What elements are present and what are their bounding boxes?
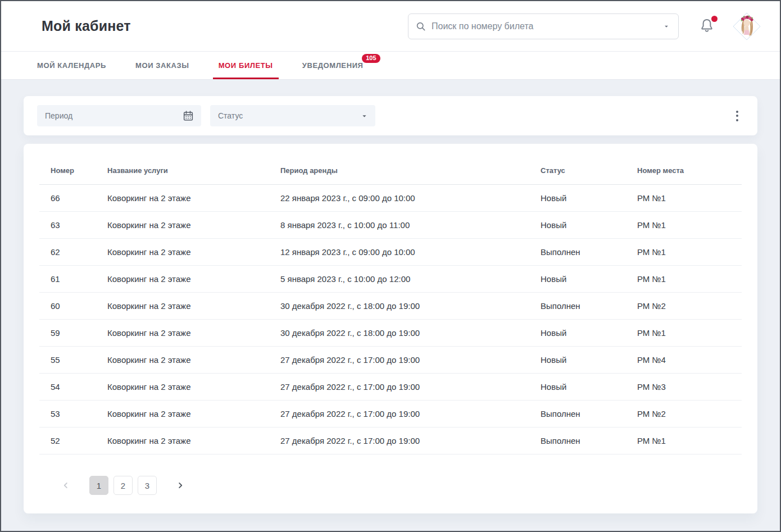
table-row[interactable]: 59Коворкинг на 2 этаже30 декабря 2022 г.… (39, 320, 742, 347)
table-row[interactable]: 62Коворкинг на 2 этаже12 января 2023 г.,… (39, 239, 742, 266)
cell-service: Коворкинг на 2 этаже (107, 401, 280, 428)
cell-seat: РМ №1 (637, 185, 742, 212)
tab-notifications[interactable]: УВЕДОМЛЕНИЯ 105 (297, 52, 369, 79)
app-window: Мой кабинет (0, 0, 781, 532)
cell-status: Новый (541, 320, 637, 347)
more-actions-kebab-button[interactable] (733, 107, 742, 125)
status-filter[interactable]: Статус (210, 105, 375, 126)
cell-seat: РМ №1 (637, 212, 742, 239)
avatar-illustration (730, 10, 763, 43)
cell-seat: РМ №1 (637, 428, 742, 454)
notifications-bell-button[interactable] (698, 17, 716, 36)
filter-card: Период Статус (24, 96, 757, 135)
pagination-page-3[interactable]: 3 (138, 476, 157, 495)
cell-status: Новый (541, 212, 637, 239)
cell-rental-period: 27 декабря 2022 г., с 17:00 до 19:00 (280, 347, 541, 374)
tickets-table-card: НомерНазвание услугиПериод арендыСтатусН… (24, 144, 757, 513)
column-header-seat: Номер места (637, 153, 742, 185)
table-row[interactable]: 63Коворкинг на 2 этаже8 января 2023 г., … (39, 212, 742, 239)
cell-number: 53 (39, 401, 107, 428)
cell-rental-period: 27 декабря 2022 г., с 17:00 до 19:00 (280, 428, 541, 454)
cell-rental-period: 22 января 2023 г., с 09:00 до 10:00 (280, 185, 541, 212)
table-row[interactable]: 66Коворкинг на 2 этаже22 января 2023 г.,… (39, 185, 742, 212)
cell-service: Коворкинг на 2 этаже (107, 320, 280, 347)
tab-my-tickets[interactable]: МОИ БИЛЕТЫ (213, 52, 279, 79)
cell-rental-period: 5 января 2023 г., с 10:00 до 12:00 (280, 266, 541, 293)
table-row[interactable]: 55Коворкинг на 2 этаже27 декабря 2022 г.… (39, 347, 742, 374)
cell-seat: РМ №2 (637, 293, 742, 320)
cell-status: Новый (541, 374, 637, 401)
cell-rental-period: 12 января 2023 г., с 09:00 до 10:00 (280, 239, 541, 266)
column-header-status: Статус (541, 153, 637, 185)
chevron-left-icon (61, 480, 71, 490)
cell-status: Новый (541, 266, 637, 293)
cell-rental-period: 8 января 2023 г., с 10:00 до 11:00 (280, 212, 541, 239)
table-row[interactable]: 54Коворкинг на 2 этаже27 декабря 2022 г.… (39, 374, 742, 401)
cell-status: Новый (541, 347, 637, 374)
cell-number: 66 (39, 185, 107, 212)
main-content: Период Статус (1, 80, 780, 531)
avatar[interactable] (730, 10, 763, 43)
cell-rental-period: 30 декабря 2022 г., с 18:00 до 19:00 (280, 293, 541, 320)
column-header-service: Название услуги (107, 153, 280, 185)
ticket-search-box[interactable] (408, 13, 679, 39)
cell-number: 52 (39, 428, 107, 454)
cell-seat: РМ №1 (637, 266, 742, 293)
cell-number: 61 (39, 266, 107, 293)
topbar-right (408, 10, 763, 43)
cell-number: 54 (39, 374, 107, 401)
tab-bar: МОЙ КАЛЕНДАРЬ МОИ ЗАКАЗЫ МОИ БИЛЕТЫ УВЕД… (1, 52, 780, 80)
table-header-row: НомерНазвание услугиПериод арендыСтатусН… (39, 153, 742, 185)
cell-number: 59 (39, 320, 107, 347)
caret-down-icon[interactable] (662, 22, 670, 30)
period-filter-placeholder: Период (45, 111, 182, 120)
caret-down-icon (360, 112, 369, 120)
cell-service: Коворкинг на 2 этаже (107, 293, 280, 320)
column-header-number: Номер (39, 153, 107, 185)
pagination: 123 (57, 476, 757, 495)
cell-service: Коворкинг на 2 этаже (107, 428, 280, 454)
cell-status: Выполнен (541, 401, 637, 428)
cell-service: Коворкинг на 2 этаже (107, 212, 280, 239)
cell-status: Выполнен (541, 428, 637, 454)
cell-seat: РМ №1 (637, 320, 742, 347)
pagination-page-1[interactable]: 1 (89, 476, 108, 495)
search-input[interactable] (432, 21, 662, 31)
search-icon (415, 21, 426, 32)
cell-seat: РМ №3 (637, 374, 742, 401)
cell-status: Выполнен (541, 239, 637, 266)
cell-service: Коворкинг на 2 этаже (107, 239, 280, 266)
chevron-right-icon (175, 480, 185, 490)
cell-rental-period: 27 декабря 2022 г., с 17:00 до 19:00 (280, 374, 541, 401)
cell-rental-period: 27 декабря 2022 г., с 17:00 до 19:00 (280, 401, 541, 428)
cell-service: Коворкинг на 2 этаже (107, 374, 280, 401)
cell-seat: РМ №2 (637, 401, 742, 428)
pagination-page-2[interactable]: 2 (113, 476, 133, 495)
cell-number: 63 (39, 212, 107, 239)
tab-my-orders[interactable]: МОИ ЗАКАЗЫ (130, 52, 195, 79)
table-row[interactable]: 52Коворкинг на 2 этаже27 декабря 2022 г.… (39, 428, 742, 454)
table-row[interactable]: 53Коворкинг на 2 этаже27 декабря 2022 г.… (39, 401, 742, 428)
cell-rental-period: 30 декабря 2022 г., с 18:00 до 19:00 (280, 320, 541, 347)
cell-status: Новый (541, 185, 637, 212)
tab-notifications-label: УВЕДОМЛЕНИЯ (302, 61, 364, 70)
pagination-next-button[interactable] (172, 480, 189, 490)
page-title: Мой кабинет (42, 18, 131, 34)
cell-number: 55 (39, 347, 107, 374)
period-filter[interactable]: Период (37, 105, 201, 126)
cell-seat: РМ №4 (637, 347, 742, 374)
table-row[interactable]: 61Коворкинг на 2 этаже5 января 2023 г., … (39, 266, 742, 293)
cell-service: Коворкинг на 2 этаже (107, 347, 280, 374)
tab-my-calendar[interactable]: МОЙ КАЛЕНДАРЬ (31, 52, 112, 79)
cell-status: Выполнен (541, 293, 637, 320)
unread-indicator-dot (711, 16, 718, 22)
table-body: 66Коворкинг на 2 этаже22 января 2023 г.,… (39, 185, 742, 454)
tickets-table: НомерНазвание услугиПериод арендыСтатусН… (39, 153, 742, 454)
status-filter-placeholder: Статус (218, 111, 360, 120)
notifications-count-badge: 105 (362, 54, 380, 63)
topbar: Мой кабинет (1, 1, 780, 52)
pagination-prev-button[interactable] (57, 480, 74, 490)
cell-number: 62 (39, 239, 107, 266)
table-row[interactable]: 60Коворкинг на 2 этаже30 декабря 2022 г.… (39, 293, 742, 320)
cell-service: Коворкинг на 2 этаже (107, 185, 280, 212)
